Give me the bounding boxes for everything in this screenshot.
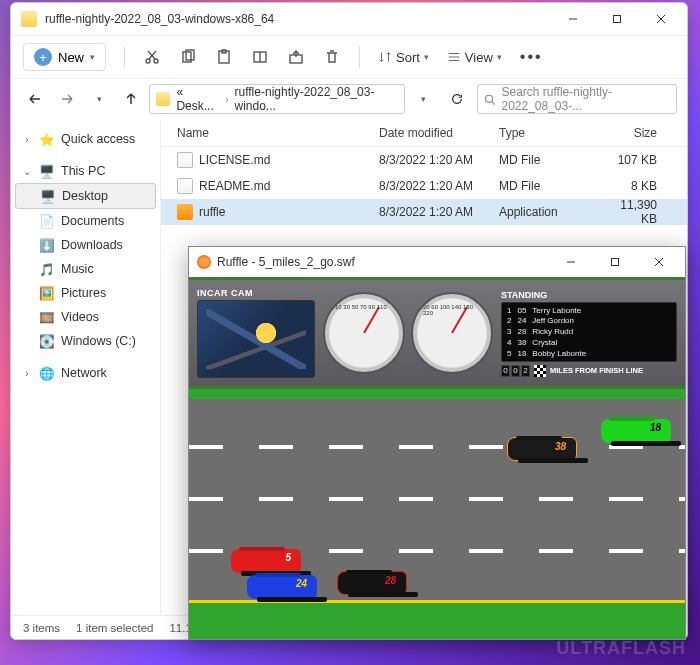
network-icon: 🌐: [39, 365, 55, 381]
recent-button[interactable]: ▾: [85, 85, 113, 113]
up-button[interactable]: [117, 85, 145, 113]
nav-row: ▾ « Desk... › ruffle-nightly-2022_08_03-…: [11, 79, 687, 119]
view-button[interactable]: View▾: [447, 50, 502, 65]
videos-icon: 🎞️: [39, 309, 55, 325]
paste-icon[interactable]: [215, 48, 233, 66]
car-5: 5: [231, 549, 301, 573]
svg-line-19: [492, 101, 495, 104]
back-button[interactable]: [21, 85, 49, 113]
car-18: 18: [601, 419, 671, 443]
new-label: New: [58, 50, 84, 65]
incar-cam-label: INCAR CAM: [197, 288, 315, 298]
race-track: 18 38 5 24 28: [189, 389, 685, 639]
music-icon: 🎵: [39, 261, 55, 277]
ruffle-icon: [197, 255, 211, 269]
folder-icon: [156, 92, 170, 106]
svg-line-7: [148, 51, 155, 59]
breadcrumb[interactable]: ruffle-nightly-2022_08_03-windo...: [235, 85, 399, 113]
incar-cam-view: [197, 300, 315, 378]
cut-icon[interactable]: [143, 48, 161, 66]
sidebar-item-this-pc[interactable]: ⌄🖥️This PC: [15, 159, 156, 183]
copy-icon[interactable]: [179, 48, 197, 66]
file-row[interactable]: LICENSE.md 8/3/2022 1:20 AM MD File 107 …: [161, 147, 687, 173]
refresh-button[interactable]: [441, 84, 473, 114]
file-row[interactable]: README.md 8/3/2022 1:20 AM MD File 8 KB: [161, 173, 687, 199]
col-name[interactable]: Name: [161, 126, 379, 140]
toolbar: + New ▾ Sort▾ View▾ •••: [11, 35, 687, 79]
pc-icon: 🖥️: [39, 163, 55, 179]
column-headers[interactable]: Name Date modified Type Size: [161, 119, 687, 147]
new-button[interactable]: + New ▾: [23, 43, 106, 71]
sidebar-item-cdrive[interactable]: 💽Windows (C:): [15, 329, 156, 353]
sidebar-item-music[interactable]: 🎵Music: [15, 257, 156, 281]
sidebar-item-downloads[interactable]: ⬇️Downloads: [15, 233, 156, 257]
documents-icon: 📄: [39, 213, 55, 229]
sidebar-item-videos[interactable]: 🎞️Videos: [15, 305, 156, 329]
plus-icon: +: [34, 48, 52, 66]
sidebar: ›⭐Quick access ⌄🖥️This PC 🖥️Desktop 📄Doc…: [11, 119, 161, 615]
more-button[interactable]: •••: [520, 48, 543, 66]
titlebar[interactable]: ruffle-nightly-2022_08_03-windows-x86_64: [11, 3, 687, 35]
file-icon: [177, 152, 193, 168]
miles-indicator: 0 0 2 MILES FROM FINISH LINE: [501, 365, 677, 377]
svg-point-4: [146, 59, 150, 63]
minimize-button[interactable]: [551, 4, 595, 34]
maximize-button[interactable]: [595, 4, 639, 34]
folder-icon: [21, 11, 37, 27]
app-icon: [177, 204, 193, 220]
game-titlebar[interactable]: Ruffle - 5_miles_2_go.swf: [189, 247, 685, 277]
search-icon: [484, 93, 495, 106]
col-date[interactable]: Date modified: [379, 126, 499, 140]
file-icon: [177, 178, 193, 194]
close-button[interactable]: [639, 4, 683, 34]
tachometer-gauge: 10 30 50 70 90 110: [323, 292, 405, 374]
sidebar-item-desktop[interactable]: 🖥️Desktop: [15, 183, 156, 209]
drive-icon: 💽: [39, 333, 55, 349]
search-input[interactable]: Search ruffle-nightly-2022_08_03-...: [477, 84, 677, 114]
sidebar-item-documents[interactable]: 📄Documents: [15, 209, 156, 233]
address-bar[interactable]: « Desk... › ruffle-nightly-2022_08_03-wi…: [149, 84, 405, 114]
sidebar-item-quick-access[interactable]: ›⭐Quick access: [15, 127, 156, 151]
game-viewport[interactable]: INCAR CAM 10 30 50 70 90 110 20 60 100 1…: [189, 277, 685, 639]
col-type[interactable]: Type: [499, 126, 603, 140]
svg-line-6: [149, 51, 156, 59]
svg-rect-1: [614, 16, 621, 23]
window-title: ruffle-nightly-2022_08_03-windows-x86_64: [45, 12, 551, 26]
star-icon: ⭐: [39, 131, 55, 147]
delete-icon[interactable]: [323, 48, 341, 66]
forward-button[interactable]: [53, 85, 81, 113]
game-title: Ruffle - 5_miles_2_go.swf: [217, 255, 549, 269]
svg-point-5: [154, 59, 158, 63]
breadcrumb[interactable]: « Desk...: [176, 85, 219, 113]
status-selected: 1 item selected: [76, 622, 153, 634]
status-count: 3 items: [23, 622, 60, 634]
standings-box: 105Terry Labonte 224Jeff Gordon 328Ricky…: [501, 302, 677, 362]
file-row-selected[interactable]: ruffle 8/3/2022 1:20 AM Application 11,3…: [161, 199, 687, 225]
car-38: 38: [507, 437, 577, 461]
downloads-icon: ⬇️: [39, 237, 55, 253]
maximize-button[interactable]: [593, 247, 637, 277]
ruffle-window: Ruffle - 5_miles_2_go.swf INCAR CAM 10 3…: [188, 246, 686, 640]
share-icon[interactable]: [287, 48, 305, 66]
minimize-button[interactable]: [549, 247, 593, 277]
col-size[interactable]: Size: [603, 126, 667, 140]
svg-point-18: [485, 95, 492, 102]
dashboard: INCAR CAM 10 30 50 70 90 110 20 60 100 1…: [189, 277, 685, 389]
close-button[interactable]: [637, 247, 681, 277]
search-placeholder: Search ruffle-nightly-2022_08_03-...: [501, 85, 670, 113]
car-28: 28: [337, 571, 407, 595]
pictures-icon: 🖼️: [39, 285, 55, 301]
speedometer-gauge: 20 60 100 140 180 220: [411, 292, 493, 374]
standing-label: STANDING: [501, 290, 677, 300]
sidebar-item-network[interactable]: ›🌐Network: [15, 361, 156, 385]
sort-button[interactable]: Sort▾: [378, 50, 429, 65]
address-dropdown[interactable]: ▾: [409, 85, 437, 113]
chevron-down-icon: ▾: [90, 52, 95, 62]
sidebar-item-pictures[interactable]: 🖼️Pictures: [15, 281, 156, 305]
checkered-flag-icon: [534, 365, 546, 377]
svg-rect-21: [612, 259, 619, 266]
watermark: ULTRAFLASH: [556, 638, 686, 659]
car-24: 24: [247, 575, 317, 599]
rename-icon[interactable]: [251, 48, 269, 66]
desktop-icon: 🖥️: [40, 188, 56, 204]
